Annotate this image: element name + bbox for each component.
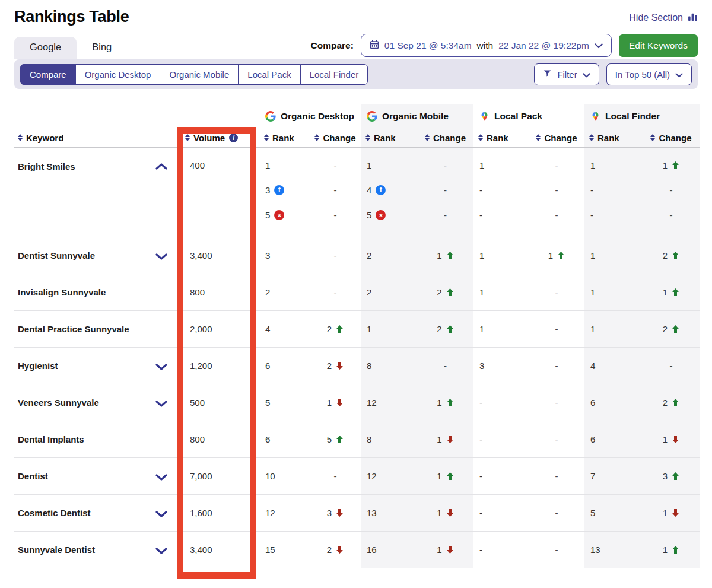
rank-line: -: [473, 431, 529, 448]
view-tab-organic-mobile[interactable]: Organic Mobile: [160, 64, 239, 85]
no-change-dash: -: [444, 160, 447, 170]
rank-line: -: [584, 182, 642, 198]
google-icon: [265, 111, 276, 122]
change-cell-od: 3: [310, 495, 361, 531]
rank-value: -: [479, 508, 482, 518]
hide-section-link[interactable]: Hide Section: [629, 11, 698, 24]
chevron-down-icon[interactable]: [155, 474, 167, 481]
view-tab-local-pack[interactable]: Local Pack: [238, 64, 300, 85]
change-column-header-lf[interactable]: Change: [642, 128, 700, 147]
view-tab-compare[interactable]: Compare: [20, 64, 76, 85]
change-line: -: [529, 157, 584, 173]
change-cell-od: 1: [310, 384, 361, 421]
sort-icon[interactable]: [589, 134, 594, 141]
compare-date-selector[interactable]: 01 Sep 21 @ 5:34am with 22 Jan 22 @ 19:2…: [361, 34, 612, 57]
change-value: 2: [663, 324, 668, 334]
rank-value: 1: [479, 287, 484, 297]
change-line: 2: [310, 358, 361, 374]
volume-column-header[interactable]: Volumei: [178, 128, 259, 147]
compare-date-from: 01 Sep 21 @ 5:34am: [384, 40, 472, 51]
change-value: 1: [437, 508, 441, 518]
rank-line: 2: [361, 284, 417, 301]
volume-value: 3,400: [190, 250, 259, 260]
view-tab-organic-desktop[interactable]: Organic Desktop: [75, 64, 161, 85]
change-cell-lf: 2: [642, 237, 700, 274]
rank-column-label: Rank: [374, 133, 396, 143]
rank-value: 16: [367, 545, 377, 555]
keyword-column-header[interactable]: Keyword: [14, 128, 178, 147]
rank-line: 8: [361, 358, 417, 374]
arrow-down-icon: [672, 509, 679, 517]
change-line: -: [417, 157, 473, 173]
rank-cell-lp: 3: [473, 348, 529, 384]
sort-icon[interactable]: [536, 134, 541, 141]
rank-line: 12: [361, 395, 417, 411]
volume-value: 400: [190, 160, 259, 170]
rank-column-header-lf[interactable]: Rank: [584, 128, 642, 147]
chevron-down-icon[interactable]: [155, 253, 167, 260]
sort-icon[interactable]: [425, 134, 430, 141]
arrow-up-icon: [446, 288, 454, 296]
change-value: 1: [437, 471, 441, 481]
rank-line: 6: [584, 395, 642, 411]
rank-cell-om: 16: [361, 532, 417, 568]
sort-icon[interactable]: [314, 134, 319, 141]
sort-icon[interactable]: [18, 134, 23, 141]
change-line: -: [529, 431, 584, 448]
rank-line: 4: [259, 321, 310, 338]
rank-column-header-od[interactable]: Rank: [259, 128, 310, 147]
change-column-header-od[interactable]: Change: [310, 128, 361, 147]
change-cell-om: 1: [417, 237, 473, 274]
change-column-label: Change: [323, 133, 355, 143]
change-cell-lp: 1: [529, 237, 584, 274]
change-value: 2: [437, 287, 441, 297]
change-column-header-om[interactable]: Change: [417, 128, 473, 147]
view-tab-local-finder[interactable]: Local Finder: [300, 64, 368, 85]
change-value: 2: [663, 398, 668, 408]
filter-button[interactable]: Filter: [534, 63, 599, 85]
chevron-down-icon[interactable]: [155, 548, 167, 554]
rank-value: 12: [367, 398, 377, 408]
arrow-down-icon: [336, 509, 344, 517]
rank-cell-lf: 4: [584, 348, 642, 384]
chevron-up-icon[interactable]: [155, 163, 167, 170]
change-cell-lf: -: [642, 348, 700, 384]
rank-column-header-lp[interactable]: Rank: [473, 128, 529, 147]
arrow-up-icon: [672, 252, 679, 259]
rank-filter-dropdown[interactable]: In Top 50 (All): [606, 63, 692, 85]
chevron-down-icon[interactable]: [155, 401, 167, 407]
rank-cell-om: 14f5*: [361, 148, 417, 237]
sort-icon[interactable]: [185, 134, 190, 141]
chevron-down-icon[interactable]: [155, 511, 167, 517]
chevron-down-icon[interactable]: [155, 364, 167, 370]
engine-tab-bing[interactable]: Bing: [77, 37, 127, 59]
edit-keywords-button[interactable]: Edit Keywords: [619, 34, 698, 57]
no-change-dash: -: [670, 185, 673, 195]
change-value: 1: [437, 250, 441, 260]
group-header-lp: Local Pack: [473, 104, 584, 128]
change-column-header-lp[interactable]: Change: [529, 128, 584, 147]
sort-icon[interactable]: [650, 134, 655, 141]
rank-value: -: [479, 398, 482, 408]
facebook-icon: f: [376, 185, 386, 195]
rank-cell-od: 2: [259, 274, 310, 310]
sort-icon[interactable]: [365, 134, 370, 141]
rank-value: 5: [265, 398, 270, 408]
no-change-dash: -: [555, 160, 558, 170]
change-line: -: [310, 468, 361, 485]
sort-icon[interactable]: [478, 134, 483, 141]
arrow-up-icon: [336, 325, 344, 333]
change-line: -: [529, 182, 584, 198]
no-change-dash: -: [555, 398, 558, 408]
keyword-cell: Hygienist: [14, 348, 178, 384]
change-line: -: [529, 395, 584, 411]
no-change-dash: -: [334, 210, 337, 220]
no-change-dash: -: [555, 185, 558, 195]
rank-column-header-om[interactable]: Rank: [361, 128, 417, 147]
engine-tab-google[interactable]: Google: [14, 37, 77, 59]
table-row: Dental Implants8006581--61: [14, 421, 700, 458]
change-line: 1: [310, 395, 361, 411]
table-row: Dental Practice Sunnyvale2,00042121-12: [14, 311, 700, 348]
info-icon[interactable]: i: [229, 134, 238, 142]
sort-icon[interactable]: [264, 134, 269, 141]
